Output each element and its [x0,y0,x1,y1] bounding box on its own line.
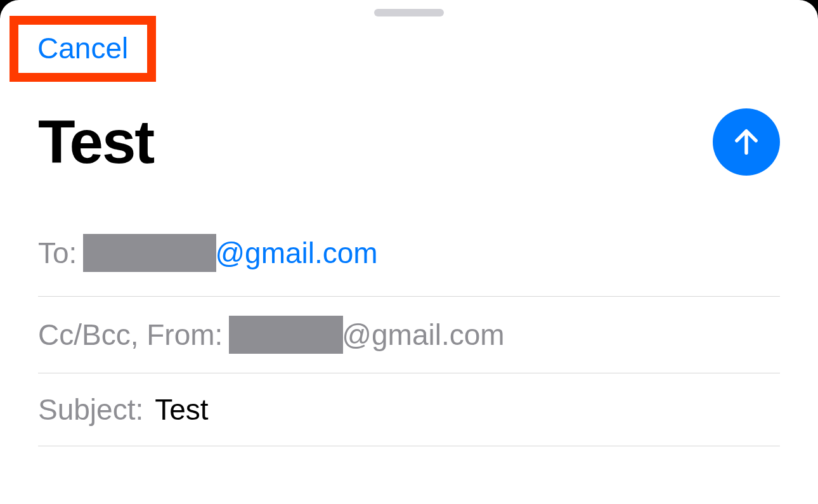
redacted-recipient-name [83,234,216,272]
ccbcc-from-field-row[interactable]: Cc/Bcc, From: @gmail.com [38,297,780,373]
to-label: To: [38,236,77,270]
subject-label: Subject: [38,392,143,427]
from-domain: @gmail.com [342,318,504,352]
to-domain: @gmail.com [215,236,377,270]
redacted-sender-name [229,316,343,354]
arrow-up-icon [730,126,763,158]
compose-fields: To: @gmail.com Cc/Bcc, From: @gmail.com … [0,177,818,446]
subject-value: Test [155,392,208,427]
tutorial-highlight-box: Cancel [10,16,156,82]
compose-title: Test [38,107,153,177]
to-field-row[interactable]: To: @gmail.com [38,234,780,297]
cancel-button[interactable]: Cancel [37,31,128,65]
send-button[interactable] [713,108,780,176]
ccbcc-from-label: Cc/Bcc, From: [38,318,223,352]
subject-field-row[interactable]: Subject: Test [38,373,780,446]
compose-header: Cancel [0,0,818,82]
